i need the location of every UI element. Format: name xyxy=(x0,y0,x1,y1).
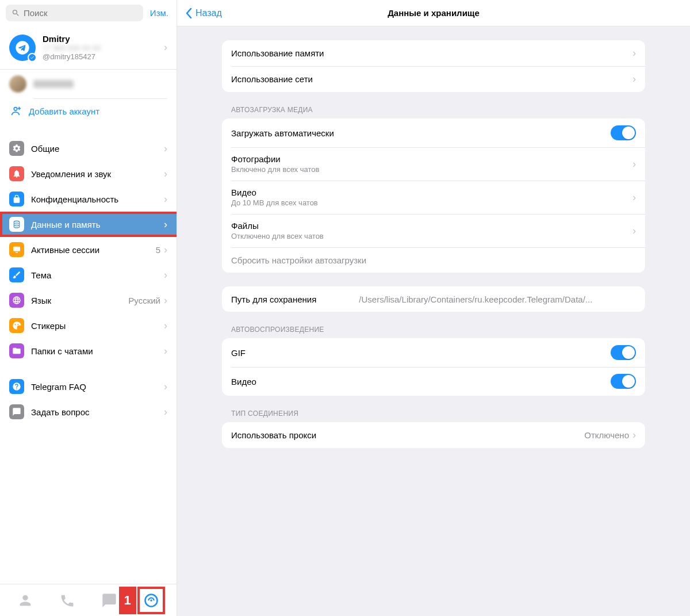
search-input[interactable] xyxy=(24,8,137,18)
row-label: Загружать автоматически xyxy=(231,128,611,138)
question-icon xyxy=(9,379,24,394)
back-button[interactable]: Назад xyxy=(185,7,222,19)
page-title: Данные и хранилище xyxy=(177,8,690,18)
settings-label: Язык xyxy=(31,296,128,305)
profile-username: @dmitry185427 xyxy=(43,52,164,61)
group-header-connection: ТИП СОЕДИНЕНИЯ xyxy=(222,410,645,422)
row-value: Отключено xyxy=(584,430,629,440)
row-autoplay-video[interactable]: Видео xyxy=(222,367,645,396)
settings-list: Общие › Уведомления и звук › Конфиденциа… xyxy=(0,125,177,584)
chevron-right-icon: › xyxy=(164,269,167,281)
row-label: Фотографии xyxy=(231,154,632,164)
settings-item-monitor[interactable]: Активные сессии 5 › xyxy=(0,237,177,262)
group-header-autodownload: АВТОЗАГРУЗКА МЕДИА xyxy=(222,106,645,118)
settings-value: Русский xyxy=(128,296,160,305)
avatar-blurred xyxy=(9,75,26,93)
sticker-icon xyxy=(9,318,24,333)
svg-point-0 xyxy=(14,108,17,111)
verified-badge-icon xyxy=(28,53,37,62)
toggle-autodownload[interactable] xyxy=(611,125,636,140)
profile-row[interactable]: Dmitry +7 900 000 00 00 @dmitry185427 › xyxy=(0,26,177,70)
row-network-usage[interactable]: Использование сети › xyxy=(222,66,645,92)
row-reset-autodownload[interactable]: Сбросить настройки автозагрузки xyxy=(222,247,645,273)
settings-item-globe[interactable]: Язык Русский › xyxy=(0,288,177,313)
chat-icon xyxy=(9,404,24,419)
chevron-right-icon: › xyxy=(632,192,636,204)
toggle-video[interactable] xyxy=(611,374,636,389)
settings-label: Задать вопрос xyxy=(31,407,164,417)
tab-bar: 1 xyxy=(0,584,177,616)
settings-item-lock[interactable]: Конфиденциальность › xyxy=(0,186,177,212)
chevron-left-icon xyxy=(185,7,192,19)
folder-icon xyxy=(9,343,24,358)
settings-label: Уведомления и звук xyxy=(31,169,164,179)
connection-group: Использовать прокси Отключено › 3 xyxy=(222,422,645,448)
settings-label: Конфиденциальность xyxy=(31,194,164,204)
tab-chats[interactable] xyxy=(97,588,122,613)
tab-settings[interactable]: 1 xyxy=(139,588,164,613)
row-photos[interactable]: Фотографии Включено для всех чатов › xyxy=(222,147,645,181)
add-user-icon xyxy=(9,105,22,117)
settings-item-bell[interactable]: Уведомления и звук › xyxy=(0,161,177,186)
bell-icon xyxy=(9,166,24,181)
row-label: Видео xyxy=(231,188,632,197)
autoplay-group: GIF Видео xyxy=(222,338,645,396)
settings-value: 5 xyxy=(156,245,160,255)
chevron-right-icon: › xyxy=(632,73,636,85)
secondary-account-row[interactable] xyxy=(0,70,177,98)
row-sublabel: Включено для всех чатов xyxy=(231,165,632,174)
settings-item-sticker[interactable]: Стикеры › xyxy=(0,313,177,338)
lock-icon xyxy=(9,192,24,206)
settings-item-gear[interactable]: Общие › xyxy=(0,136,177,161)
chat-bubbles-icon xyxy=(101,592,117,609)
settings-item-data[interactable]: Данные и память › 2 xyxy=(0,212,177,237)
row-label: Видео xyxy=(231,377,611,387)
row-autoplay-gif[interactable]: GIF xyxy=(222,338,645,367)
settings-sidebar: Изм. Dmitry +7 900 000 00 00 @dmitry1854… xyxy=(0,0,177,616)
settings-item-brush[interactable]: Тема › xyxy=(0,262,177,288)
chevron-right-icon: › xyxy=(164,168,167,180)
svg-rect-4 xyxy=(16,252,18,252)
settings-item-folder[interactable]: Папки с чатами › xyxy=(0,338,177,364)
person-icon xyxy=(17,592,33,609)
edit-button[interactable]: Изм. xyxy=(148,8,171,18)
back-label: Назад xyxy=(195,8,222,18)
settings-label: Данные и память xyxy=(31,220,164,229)
chevron-right-icon: › xyxy=(164,41,167,53)
chevron-right-icon: › xyxy=(164,143,167,155)
chevron-right-icon: › xyxy=(164,244,167,256)
chevron-right-icon: › xyxy=(164,294,167,307)
main-header: Назад Данные и хранилище xyxy=(177,0,690,26)
row-sublabel: До 10 MB для всех чатов xyxy=(231,198,632,207)
row-auto-download[interactable]: Загружать автоматически xyxy=(222,118,645,147)
row-videos[interactable]: Видео До 10 MB для всех чатов › xyxy=(222,181,645,214)
main-panel: Назад Данные и хранилище Использование п… xyxy=(177,0,690,616)
row-save-path[interactable]: Путь для сохранения /Users/lisa/Library/… xyxy=(222,286,645,312)
chevron-right-icon: › xyxy=(164,406,167,418)
profile-phone: +7 900 000 00 00 xyxy=(43,44,164,52)
settings-label: Папки с чатами xyxy=(31,346,164,356)
row-label: Использование сети xyxy=(231,74,632,84)
tab-contacts[interactable] xyxy=(13,588,38,613)
savepath-group: Путь для сохранения /Users/lisa/Library/… xyxy=(222,286,645,312)
add-account-label: Добавить аккаунт xyxy=(29,106,99,116)
autodownload-group: Загружать автоматически Фотографии Включ… xyxy=(222,118,645,273)
add-account-button[interactable]: Добавить аккаунт xyxy=(0,99,177,125)
settings-item-chat[interactable]: Задать вопрос › xyxy=(0,399,177,424)
monitor-icon xyxy=(9,242,24,257)
toggle-gif[interactable] xyxy=(611,345,636,360)
main-content: Использование памяти › Использование сет… xyxy=(177,26,690,616)
chevron-right-icon: › xyxy=(164,193,167,205)
phone-icon xyxy=(59,592,75,609)
row-label: Путь для сохранения xyxy=(231,294,316,304)
row-files[interactable]: Файлы Отключено для всех чатов › xyxy=(222,214,645,247)
settings-item-question[interactable]: Telegram FAQ › xyxy=(0,374,177,399)
search-field[interactable] xyxy=(6,5,143,21)
row-label: Файлы xyxy=(231,221,632,231)
tab-calls[interactable] xyxy=(55,588,80,613)
name-blurred xyxy=(33,80,74,88)
row-proxy[interactable]: Использовать прокси Отключено › xyxy=(222,422,645,448)
group-header-autoplay: АВТОВОСПРОИЗВЕДЕНИЕ xyxy=(222,326,645,338)
row-memory-usage[interactable]: Использование памяти › xyxy=(222,40,645,66)
chevron-right-icon: › xyxy=(164,381,167,393)
